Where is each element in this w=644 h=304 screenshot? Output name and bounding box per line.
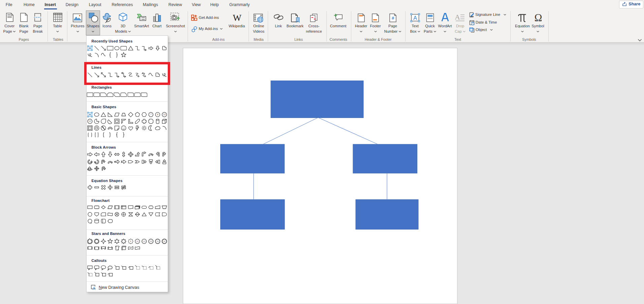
svg-text:A: A bbox=[413, 15, 417, 21]
svg-text:10: 10 bbox=[136, 240, 138, 242]
svg-text:12: 12 bbox=[143, 240, 145, 242]
svg-text:#: # bbox=[391, 16, 394, 21]
svg-text:A: A bbox=[93, 286, 95, 291]
svg-text:16: 16 bbox=[150, 240, 152, 242]
svg-text:A: A bbox=[89, 46, 91, 50]
svg-text:24: 24 bbox=[157, 240, 159, 242]
svg-text:10: 10 bbox=[163, 114, 166, 116]
svg-text:A: A bbox=[89, 113, 91, 117]
svg-text:12: 12 bbox=[89, 120, 92, 123]
svg-text:A: A bbox=[455, 13, 460, 21]
svg-text:8: 8 bbox=[130, 240, 131, 242]
svg-text:8: 8 bbox=[157, 114, 158, 116]
svg-text:7: 7 bbox=[150, 114, 152, 116]
svg-text:32: 32 bbox=[163, 240, 165, 242]
